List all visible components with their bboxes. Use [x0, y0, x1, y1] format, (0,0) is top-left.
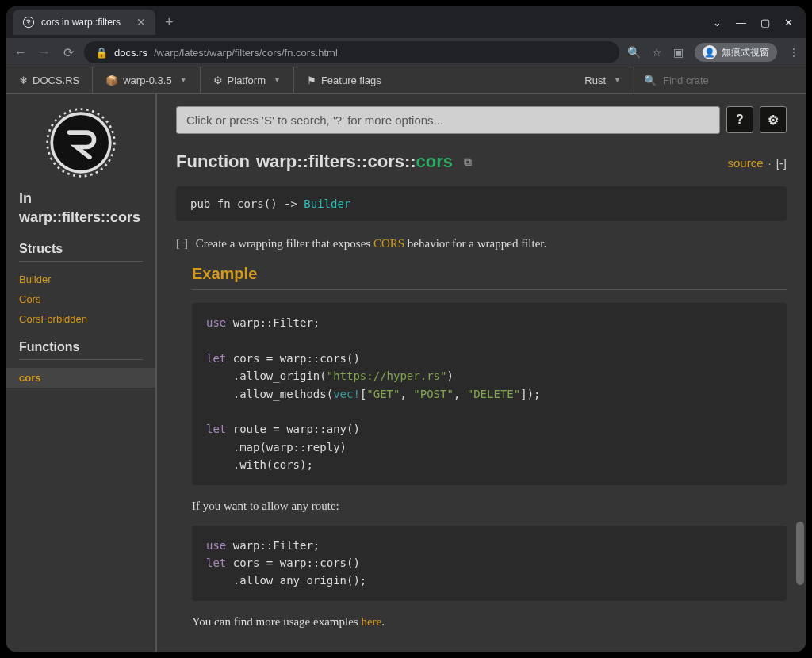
doc-search-input[interactable]: Click or press 'S' to search, '?' for mo… — [176, 106, 720, 134]
platform-label: Platform — [228, 75, 266, 86]
url-path: /warp/latest/warp/filters/cors/fn.cors.h… — [154, 47, 338, 59]
incognito-icon: 👤 — [703, 45, 717, 59]
collapse-toggle[interactable]: [-] — [776, 156, 787, 170]
sidebar-link-cors[interactable]: cors — [6, 368, 155, 388]
decl-return-type[interactable]: Builder — [304, 197, 350, 210]
crate-search-input[interactable] — [663, 75, 796, 86]
lang-label: Rust — [584, 75, 606, 86]
docsrs-nav: ❄ DOCS.RS 📦 warp-0.3.5 ▼ ⚙ Platform ▼ ⚑ … — [6, 67, 806, 94]
cors-link[interactable]: CORS — [373, 237, 404, 250]
zoom-icon[interactable]: 🔍 — [627, 46, 641, 59]
address-bar: ← → ⟳ 🔒 docs.rs/warp/latest/warp/filters… — [6, 38, 806, 67]
search-row: Click or press 'S' to search, '?' for mo… — [176, 106, 787, 134]
example-heading: Example — [192, 265, 787, 290]
feature-flags-label: Feature flags — [321, 75, 381, 86]
reload-button[interactable]: ⟳ — [60, 45, 76, 60]
window-controls: ⌄ — ▢ ✕ — [713, 17, 799, 29]
item-name: cors — [416, 151, 453, 171]
description-text: Create a wrapping filter that exposes CO… — [196, 237, 546, 251]
scrollbar-thumb[interactable] — [796, 522, 804, 585]
incognito-label: 無痕式視窗 — [722, 46, 769, 59]
feature-flags[interactable]: ⚑ Feature flags — [294, 67, 394, 93]
bookmark-icon[interactable]: ☆ — [652, 46, 662, 59]
cubes-icon: ❄ — [19, 75, 28, 86]
maximize-button[interactable]: ▢ — [760, 17, 770, 29]
help-button[interactable]: ? — [726, 106, 753, 133]
toggle-desc[interactable]: [−] — [176, 237, 188, 249]
caret-down-icon: ▼ — [180, 76, 187, 84]
more-prefix: You can find more usage examples — [192, 615, 361, 628]
search-icon: 🔍 — [644, 75, 657, 86]
cube-icon: 📦 — [105, 75, 118, 86]
close-window-button[interactable]: ✕ — [784, 17, 793, 29]
decl-prefix: pub fn cors() -> — [190, 197, 304, 210]
desc-suffix: behavior for a wrapped filter. — [404, 237, 546, 250]
main-content: Click or press 'S' to search, '?' for mo… — [157, 94, 806, 652]
browser-tab[interactable]: cors in warp::filters ✕ — [13, 10, 155, 35]
page-heading: Function warp::filters::cors::cors ⧉ sou… — [176, 151, 787, 172]
docsrs-home[interactable]: ❄ DOCS.RS — [6, 67, 93, 93]
titlebar: cors in warp::filters ✕ + ⌄ — ▢ ✕ — [6, 6, 806, 38]
url-box[interactable]: 🔒 docs.rs/warp/latest/warp/filters/cors/… — [84, 41, 619, 63]
extensions-icon[interactable]: ▣ — [673, 46, 684, 59]
gear-icon: ⚙ — [768, 113, 779, 128]
rust-logo[interactable] — [19, 101, 143, 189]
gears-icon: ⚙ — [213, 75, 223, 86]
copy-path-button[interactable]: ⧉ — [464, 155, 472, 169]
svg-point-1 — [52, 113, 110, 172]
minimize-button[interactable]: — — [736, 17, 746, 29]
lang-select[interactable]: Rust ▼ — [572, 67, 634, 93]
kebab-menu-icon[interactable]: ⋮ — [788, 46, 799, 59]
crate-search[interactable]: 🔍 — [634, 67, 806, 93]
sidebar-link-cors-struct[interactable]: Cors — [19, 289, 143, 309]
code-example-2: use warp::Filter; let cors = warp::cors(… — [192, 526, 787, 601]
incognito-badge[interactable]: 👤 無痕式視窗 — [695, 43, 777, 62]
here-link[interactable]: here — [361, 615, 381, 628]
window: cors in warp::filters ✕ + ⌄ — ▢ ✕ ← → ⟳ … — [6, 6, 806, 652]
between-text: If you want to allow any route: — [192, 499, 787, 513]
item-path: warp::filters::cors:: — [256, 151, 416, 171]
content-area: In warp::filters::cors Structs Builder C… — [6, 94, 806, 652]
rust-icon — [22, 16, 35, 29]
lock-icon: 🔒 — [95, 47, 108, 59]
sidebar-link-builder[interactable]: Builder — [19, 270, 143, 289]
separator: · — [768, 156, 771, 170]
source-link[interactable]: source — [727, 156, 763, 170]
more-usage-text: You can find more usage examples here. — [192, 615, 787, 629]
more-suffix: . — [381, 615, 385, 628]
platform-select[interactable]: ⚙ Platform ▼ — [201, 67, 294, 93]
sidebar-link-corsforbidden[interactable]: CorsForbidden — [19, 309, 143, 329]
flag-icon: ⚑ — [307, 75, 316, 86]
url-host: docs.rs — [114, 47, 147, 59]
new-tab-button[interactable]: + — [165, 14, 174, 31]
forward-button[interactable]: → — [36, 45, 52, 59]
desc-prefix: Create a wrapping filter that exposes — [196, 237, 373, 250]
chevron-down-icon[interactable]: ⌄ — [713, 17, 722, 29]
item-kind: Function — [176, 151, 250, 172]
crate-select[interactable]: 📦 warp-0.3.5 ▼ — [93, 67, 200, 93]
caret-down-icon: ▼ — [274, 76, 281, 84]
settings-button[interactable]: ⚙ — [760, 106, 787, 133]
docsrs-home-label: DOCS.RS — [33, 75, 79, 86]
location-heading: In warp::filters::cors — [19, 189, 143, 228]
declaration-block: pub fn cors() -> Builder — [176, 186, 787, 221]
code-example-1: use warp::Filter; let cors = warp::cors(… — [192, 303, 787, 485]
description-row: [−] Create a wrapping filter that expose… — [176, 237, 787, 251]
functions-heading: Functions — [19, 340, 143, 360]
caret-down-icon: ▼ — [614, 76, 621, 84]
back-button[interactable]: ← — [13, 45, 29, 59]
structs-heading: Structs — [19, 242, 143, 262]
crate-label: warp-0.3.5 — [123, 75, 171, 86]
location-prefix: In — [19, 190, 32, 206]
toolbar-right: 🔍 ☆ ▣ 👤 無痕式視窗 ⋮ — [627, 43, 799, 62]
close-tab-button[interactable]: ✕ — [136, 16, 146, 29]
location-path: warp::filters::cors — [19, 209, 140, 225]
sidebar: In warp::filters::cors Structs Builder C… — [6, 94, 157, 652]
tab-title: cors in warp::filters — [41, 17, 121, 28]
